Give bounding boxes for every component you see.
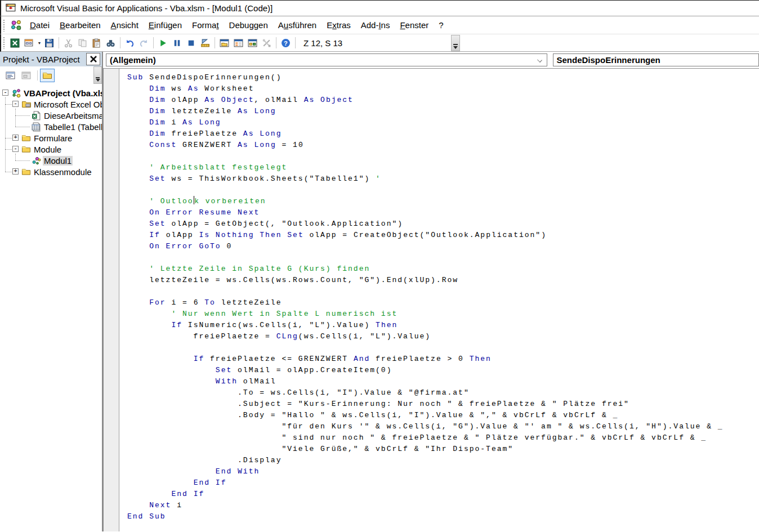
toolbar-button-insert-userform[interactable] xyxy=(22,36,36,50)
tree-item-label[interactable]: Klassenmodule xyxy=(33,167,93,177)
code-line[interactable]: Dim olApp As Object, olMail As Object xyxy=(127,95,759,106)
toolbar-button-save[interactable] xyxy=(42,36,56,50)
menu-fenster[interactable]: Fenster xyxy=(395,18,434,32)
toolbar-button-paste[interactable] xyxy=(90,36,104,50)
code-line[interactable]: freiePlaetze = CLng(ws.Cells(i, "L").Val… xyxy=(127,331,759,342)
code-line[interactable]: With olMail xyxy=(127,376,759,387)
code-line[interactable]: .Body = "Hallo " & ws.Cells(i, "I").Valu… xyxy=(127,410,759,421)
menu-add-ins[interactable]: Add-Ins xyxy=(356,18,395,32)
code-line[interactable]: ' Outlook vorbereiten xyxy=(127,196,759,207)
code-line[interactable]: " sind nur noch " & freiePlaetze & " Plä… xyxy=(127,432,759,444)
project-toolbar-view-code-button[interactable] xyxy=(3,69,18,82)
code-line[interactable]: letzteZeile = ws.Cells(ws.Rows.Count, "G… xyxy=(127,275,759,286)
code-line[interactable]: "Viele Grüße," & vbCrLf & "Ihr Dispo-Tea… xyxy=(127,444,759,455)
code-line[interactable]: Const GRENZWERT As Long = 10 xyxy=(127,140,759,151)
menu-bearbeiten[interactable]: Bearbeiten xyxy=(55,18,106,32)
toolbar-button-design-mode[interactable] xyxy=(198,36,212,50)
toolbar-button-run[interactable] xyxy=(156,36,170,50)
code-line[interactable]: .Subject = "Kurs-Erinnerung: Nur noch " … xyxy=(127,399,759,410)
menu-ansicht[interactable]: Ansicht xyxy=(106,18,144,32)
menu-format[interactable]: Format xyxy=(187,18,224,32)
tree-item-label[interactable]: Formulare xyxy=(33,133,73,143)
menu-datei[interactable]: Datei xyxy=(25,18,55,32)
toolbar-options-button[interactable] xyxy=(451,35,460,51)
code-line[interactable]: End If xyxy=(127,489,759,500)
project-toolbar-overflow[interactable] xyxy=(93,66,102,84)
insert-userform-dropdown-arrow[interactable]: ▼ xyxy=(37,41,42,45)
tree-item-label[interactable]: Modul1 xyxy=(43,156,73,166)
code-editor[interactable]: Sub SendeDispoErinnerungen() Dim ws As W… xyxy=(119,69,759,531)
tree-item-vbaproject-vba-xlsm[interactable]: -VBAProject (Vba.xlsm) xyxy=(0,87,102,99)
collapse-icon[interactable]: - xyxy=(12,101,19,107)
code-line[interactable]: ' Arbeitsblatt festgelegt xyxy=(127,162,759,173)
tree-item-label[interactable]: DieseArbeitsmappe xyxy=(43,111,102,120)
code-line[interactable]: On Error Resume Next xyxy=(127,207,759,218)
tree-item-label[interactable]: Tabelle1 (Tabelle1) xyxy=(43,122,102,132)
tree-item-module[interactable]: -Module xyxy=(0,144,102,155)
toolbar-button-toolbox[interactable] xyxy=(260,36,274,50)
code-line[interactable] xyxy=(127,286,759,297)
collapse-icon[interactable]: - xyxy=(12,146,19,152)
code-line[interactable]: ' Nur wenn Wert in Spalte L numerisch is… xyxy=(127,309,759,320)
code-line[interactable]: Next i xyxy=(127,500,759,511)
menu-?[interactable]: ? xyxy=(434,18,448,32)
toolbar-button-help[interactable]: ? xyxy=(279,36,293,50)
project-toolbar-view-object-button[interactable] xyxy=(19,69,34,82)
toolbar-button-redo[interactable] xyxy=(137,36,151,50)
code-line[interactable]: .Display xyxy=(127,455,759,466)
toolbar-button-project-explorer[interactable] xyxy=(217,36,231,50)
menu-debuggen[interactable]: Debuggen xyxy=(224,18,273,32)
close-button[interactable] xyxy=(86,53,100,65)
tree-item-label[interactable]: Microsoft Excel Objekte xyxy=(33,100,102,109)
code-line[interactable] xyxy=(127,151,759,162)
toolbar-grip[interactable] xyxy=(3,37,6,49)
expand-icon[interactable]: + xyxy=(12,168,19,175)
menu-extras[interactable]: Extras xyxy=(322,18,356,32)
code-line[interactable] xyxy=(127,185,759,196)
toolbar-button-cut[interactable] xyxy=(61,36,75,50)
code-line[interactable]: Dim i As Long xyxy=(127,117,759,128)
toolbar-button-view-excel[interactable] xyxy=(8,36,22,50)
code-line[interactable]: If freiePlaetze <= GRENZWERT And freiePl… xyxy=(127,354,759,365)
code-line[interactable]: For i = 6 To letzteZeile xyxy=(127,297,759,309)
margin-indicator-bar[interactable] xyxy=(104,69,119,531)
code-line[interactable]: .To = ws.Cells(i, "I").Value & "@firma.a… xyxy=(127,387,759,399)
toolbar-button-copy[interactable] xyxy=(75,36,90,50)
code-line[interactable] xyxy=(127,252,759,263)
toolbar-button-break[interactable] xyxy=(170,36,184,50)
tree-item-formulare[interactable]: +Formulare xyxy=(0,132,102,144)
toolbar-button-properties-window[interactable] xyxy=(231,36,245,50)
code-line[interactable]: Sub SendeDispoErinnerungen() xyxy=(127,72,759,83)
code-line[interactable]: Dim letzteZeile As Long xyxy=(127,106,759,117)
code-line[interactable]: Set olMail = olApp.CreateItem(0) xyxy=(127,365,759,376)
toolbar-button-undo[interactable] xyxy=(123,36,137,50)
code-line[interactable]: Set olApp = GetObject(, "Outlook.Applica… xyxy=(127,218,759,230)
code-line[interactable]: On Error GoTo 0 xyxy=(127,241,759,252)
collapse-icon[interactable]: - xyxy=(2,90,8,96)
tree-item-label[interactable]: VBAProject (Vba.xlsm) xyxy=(23,88,102,98)
code-line[interactable] xyxy=(127,342,759,354)
object-dropdown[interactable]: (Allgemein) xyxy=(106,53,547,66)
project-toolbar-toggle-folders-button[interactable] xyxy=(40,69,55,82)
menu-einf-gen[interactable]: Einfügen xyxy=(144,18,187,32)
toolbar-button-reset[interactable] xyxy=(184,36,198,50)
toolbar-button-find[interactable] xyxy=(104,36,118,50)
code-line[interactable]: Dim freiePlaetze As Long xyxy=(127,128,759,140)
code-line[interactable]: End With xyxy=(127,466,759,477)
code-line[interactable]: End If xyxy=(127,477,759,489)
toolbar-button-object-browser[interactable] xyxy=(245,36,260,50)
code-line[interactable]: "für den Kurs '" & ws.Cells(i, "G").Valu… xyxy=(127,421,759,432)
procedure-dropdown[interactable]: SendeDispoErinnerungen xyxy=(553,53,759,66)
code-line[interactable]: Dim ws As Worksheet xyxy=(127,83,759,95)
code-line[interactable]: If olApp Is Nothing Then Set olApp = Cre… xyxy=(127,230,759,241)
tree-item-microsoft-excel-objekte[interactable]: -Microsoft Excel Objekte xyxy=(0,99,102,110)
menu-ausf-hren[interactable]: Ausführen xyxy=(273,18,322,32)
tree-item-klassenmodule[interactable]: +Klassenmodule xyxy=(0,166,102,177)
code-line[interactable]: Set ws = ThisWorkbook.Sheets("Tabelle1")… xyxy=(127,173,759,185)
expand-icon[interactable]: + xyxy=(12,135,19,141)
menubar-grip[interactable] xyxy=(3,19,6,32)
code-line[interactable]: If IsNumeric(ws.Cells(i, "L").Value) The… xyxy=(127,320,759,331)
tree-item-label[interactable]: Module xyxy=(33,145,62,154)
code-line[interactable]: End Sub xyxy=(127,511,759,522)
code-line[interactable]: ' Letzte Zeile in Spalte G (Kurs) finden xyxy=(127,263,759,275)
